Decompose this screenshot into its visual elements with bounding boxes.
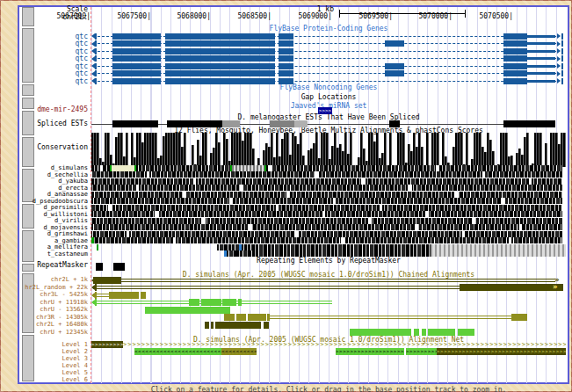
chain-item[interactable] [414, 329, 419, 336]
gene-exon[interactable] [503, 48, 527, 54]
chain-item[interactable] [189, 299, 199, 306]
species-highlight-cream[interactable] [110, 165, 136, 171]
species-alignment-row-d_mojavensis[interactable] [91, 224, 562, 230]
gene-exon[interactable] [165, 55, 275, 62]
species-alignment-row-a_gambiae[interactable] [91, 237, 562, 243]
chain-item[interactable] [264, 322, 269, 329]
gene-exon[interactable] [385, 63, 404, 69]
gene-exon[interactable] [165, 63, 275, 69]
species-alignment-row-d_yakuba[interactable] [91, 178, 562, 185]
species-alignment-row-d_erecta[interactable] [91, 185, 562, 191]
est-item[interactable] [222, 120, 240, 127]
net-item[interactable]: >>>>>>>>>>>>>>>>>>>> [336, 348, 404, 355]
net-item[interactable]: >>>>>>>>> [406, 348, 437, 355]
chain-item[interactable] [428, 329, 455, 336]
species-alignment-row-t_castaneum[interactable] [227, 250, 431, 257]
net-item[interactable]: <<<<<<<<<<<<<<<<<<<<<<<<< [134, 348, 221, 355]
gene-exon[interactable] [279, 33, 293, 40]
gene-utr[interactable] [527, 42, 555, 45]
chain-item[interactable] [224, 314, 235, 321]
track-control-button-3[interactable] [22, 98, 34, 109]
gene-exon[interactable] [279, 63, 293, 69]
gene-exon[interactable] [112, 63, 161, 69]
chain-item[interactable] [350, 329, 411, 336]
gene-utr[interactable] [527, 57, 555, 60]
gene-utr[interactable] [527, 80, 555, 83]
gene-utr[interactable] [527, 72, 555, 75]
gene-exon[interactable] [112, 33, 161, 40]
est-item[interactable] [503, 120, 555, 127]
gene-exon[interactable] [503, 55, 527, 62]
gene-exon[interactable] [112, 55, 161, 62]
track-control-button-4[interactable] [22, 111, 34, 135]
chain-item[interactable] [458, 329, 474, 336]
est-item[interactable] [270, 120, 294, 127]
chain-item[interactable] [236, 314, 246, 321]
repeat-item[interactable] [96, 263, 103, 271]
net-item[interactable]: >>>>>>>>> [91, 341, 123, 348]
gene-exon[interactable] [503, 63, 527, 69]
gene-exon[interactable] [165, 78, 275, 84]
repeat-item[interactable] [113, 263, 125, 271]
species-alignment-row-light[interactable] [431, 244, 566, 250]
gene-exon[interactable] [503, 33, 527, 40]
gene-exon[interactable] [503, 78, 527, 84]
gene-exon[interactable] [385, 40, 404, 47]
gene-exon[interactable] [165, 33, 275, 40]
gene-utr[interactable] [527, 50, 555, 53]
species-alignment-row-d_willistoni[interactable] [91, 211, 562, 217]
species-alignment-row-d_simulans[interactable] [91, 165, 562, 171]
species-alignment-row-d_pseudoobscura[interactable] [91, 198, 562, 204]
species-alignment-row-light[interactable] [431, 250, 566, 257]
chain-item[interactable] [222, 299, 236, 306]
chain-item[interactable] [141, 292, 146, 299]
chain-item[interactable] [205, 322, 209, 329]
chain-item[interactable] [201, 299, 221, 306]
est-item[interactable] [294, 120, 308, 127]
gene-exon[interactable] [112, 48, 161, 54]
gene-exon[interactable] [165, 40, 275, 47]
species-alignment-row-d_grimshawi[interactable] [91, 231, 562, 237]
species-alignment-row-a_mellifera[interactable] [217, 244, 431, 250]
est-item[interactable] [389, 120, 400, 127]
gene-exon[interactable] [279, 55, 293, 62]
chain-item[interactable] [145, 307, 230, 314]
species-alignment-row-d_ananassae[interactable] [91, 192, 562, 198]
chain-item[interactable] [215, 322, 261, 329]
chain-item[interactable] [211, 322, 214, 329]
est-item[interactable] [167, 120, 222, 127]
gene-exon[interactable] [503, 40, 527, 47]
gene-exon[interactable] [112, 70, 161, 76]
species-alignment-row-d_sechellia[interactable] [91, 171, 562, 178]
gene-exon[interactable] [112, 40, 161, 47]
gene-exon[interactable] [279, 48, 293, 54]
gene-exon[interactable] [385, 70, 404, 76]
gene-utr[interactable] [527, 65, 555, 68]
chain-item[interactable] [109, 292, 139, 299]
conservation-histogram[interactable] [91, 133, 566, 167]
chain-item[interactable] [460, 284, 563, 291]
chain-item[interactable] [238, 299, 242, 306]
gene-exon[interactable] [279, 78, 293, 84]
species-highlight-striped[interactable] [230, 165, 266, 171]
est-item[interactable] [112, 120, 158, 127]
gene-exon[interactable] [279, 70, 293, 76]
chain-item[interactable] [511, 314, 527, 321]
gene-exon[interactable] [165, 48, 275, 54]
gene-exon[interactable] [503, 70, 527, 76]
chain-item[interactable] [93, 277, 121, 284]
track-control-button-2[interactable] [22, 84, 34, 96]
track-control-button-5[interactable] [22, 137, 34, 167]
chain-item[interactable] [248, 314, 266, 321]
net-item[interactable]: <<<<<<<<<< [221, 348, 257, 355]
net-item[interactable]: >>>>>>>>>>>>>>>>>>>>>>>>>>>>>>>>>>>>> [437, 348, 566, 355]
mirna-item[interactable]: >>>> [318, 107, 332, 114]
gene-exon[interactable] [279, 40, 293, 47]
species-alignment-row-d_persimilis[interactable] [91, 205, 562, 211]
track-control-button-9[interactable] [22, 264, 34, 272]
gene-exon[interactable] [165, 70, 275, 76]
gene-exon[interactable] [112, 78, 161, 84]
gene-utr[interactable] [527, 35, 555, 38]
species-alignment-row-d_virilis[interactable] [91, 218, 562, 224]
chain-item[interactable] [422, 329, 426, 336]
